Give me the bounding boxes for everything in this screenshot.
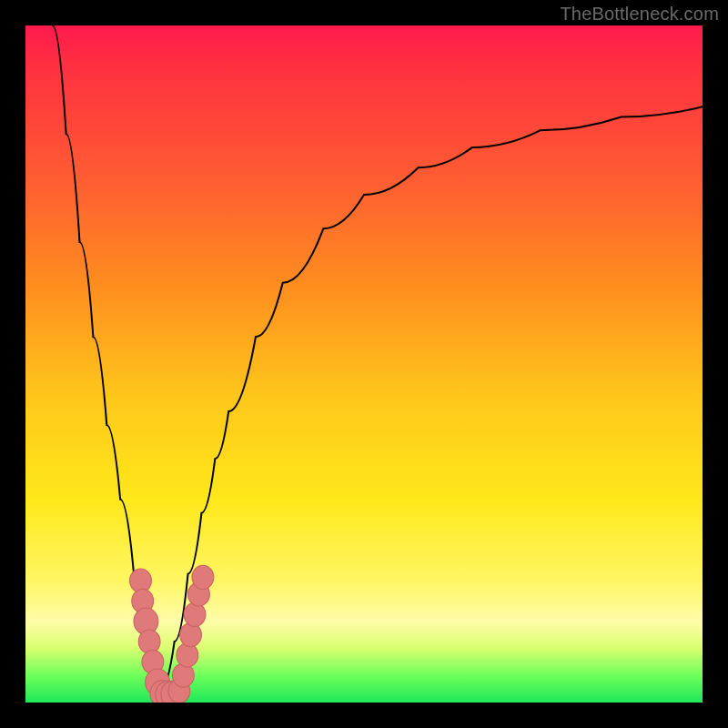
data-marker bbox=[138, 630, 160, 653]
data-marker bbox=[172, 663, 194, 687]
curve-svg bbox=[25, 25, 703, 703]
plot-area bbox=[25, 25, 703, 703]
watermark-text: TheBottleneck.com bbox=[560, 4, 719, 25]
data-marker bbox=[192, 565, 214, 589]
right-branch-path bbox=[161, 106, 703, 689]
outer-frame: TheBottleneck.com bbox=[0, 0, 728, 728]
data-marker bbox=[184, 602, 206, 626]
data-marker bbox=[180, 623, 202, 647]
data-markers bbox=[130, 565, 214, 703]
data-marker bbox=[177, 643, 198, 667]
